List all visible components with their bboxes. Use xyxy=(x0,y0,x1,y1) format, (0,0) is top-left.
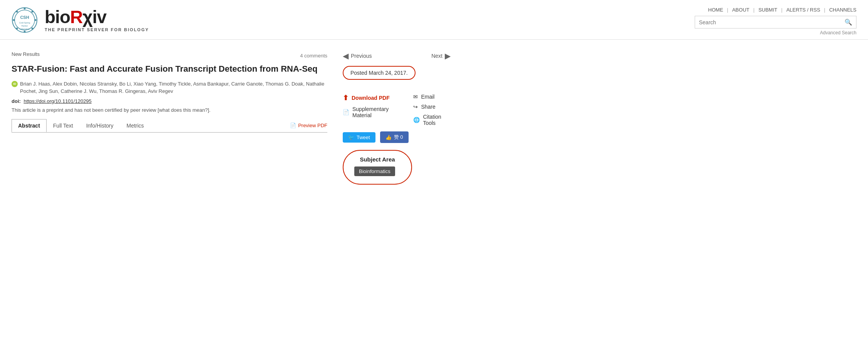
doi-line: doi: https://doi.org/10.1101/120295 xyxy=(12,98,327,104)
download-icon: ⬆ xyxy=(343,94,349,102)
nav-search: HOME | ABOUT | SUBMIT | ALERTS / RSS | C… xyxy=(695,7,856,35)
content-left: New Results 4 comments STAR-Fusion: Fast… xyxy=(12,51,327,185)
svg-point-6 xyxy=(24,31,26,33)
svg-text:Laboratory: Laboratory xyxy=(20,28,30,30)
nav-submit[interactable]: SUBMIT xyxy=(758,7,777,13)
next-arrow-icon: ▶ xyxy=(445,51,451,61)
svg-point-5 xyxy=(32,28,34,30)
header: CSH Cold Spring Harbor Laboratory bioRχi… xyxy=(0,0,868,40)
authors-line: iD Brian J. Haas, Alex Dobin, Nicolas St… xyxy=(12,80,327,95)
advanced-search-link[interactable]: Advanced Search xyxy=(820,30,856,35)
article-tabs: Abstract Full Text Info/History Metrics … xyxy=(12,119,327,133)
action-col-left: ⬆ Download PDF 📄 Supplementary Material xyxy=(343,94,402,126)
svg-text:CSH: CSH xyxy=(20,15,29,20)
preview-pdf-label: Preview PDF xyxy=(298,123,327,128)
prev-button[interactable]: ◀ Previous xyxy=(343,51,372,61)
svg-point-8 xyxy=(13,19,15,21)
doi-label: doi: xyxy=(12,98,21,104)
download-pdf-label: Download PDF xyxy=(352,95,390,101)
citation-tools-label: Citation Tools xyxy=(423,114,451,126)
orcid-icon: iD xyxy=(12,81,18,87)
download-pdf-link[interactable]: ⬆ Download PDF xyxy=(343,94,402,102)
share-link[interactable]: ↪ Share xyxy=(413,104,451,110)
comments-count[interactable]: 4 comments xyxy=(300,53,327,59)
prev-label: Previous xyxy=(351,53,372,59)
doi-link[interactable]: https://doi.org/10.1101/120295 xyxy=(23,98,91,104)
tab-fulltext[interactable]: Full Text xyxy=(47,119,80,132)
main-content: New Results 4 comments STAR-Fusion: Fast… xyxy=(0,40,868,192)
action-col-right: ✉ Email ↪ Share 🌐 Citation Tools xyxy=(413,94,451,126)
like-button[interactable]: 👍 赞 0 xyxy=(380,131,409,143)
action-row: ⬆ Download PDF 📄 Supplementary Material … xyxy=(343,94,451,126)
r-text: R xyxy=(70,7,82,27)
social-row: 🐦 Tweet 👍 赞 0 xyxy=(343,131,451,143)
bioinformatics-badge[interactable]: Bioinformatics xyxy=(354,166,400,176)
posted-date-box: Posted March 24, 2017. xyxy=(343,66,416,80)
globe-icon: 🌐 xyxy=(413,117,420,123)
svg-point-2 xyxy=(24,8,26,10)
thumbsup-icon: 👍 xyxy=(385,135,392,140)
twitter-icon: 🐦 xyxy=(348,135,354,140)
biorxiv-tagline: THE PREPRINT SERVER FOR BIOLOGY xyxy=(45,27,149,32)
pdf-icon: 📄 xyxy=(290,123,296,128)
share-label: Share xyxy=(421,104,435,110)
search-icon: 🔍 xyxy=(845,18,852,26)
logo-area: CSH Cold Spring Harbor Laboratory bioRχi… xyxy=(12,7,149,33)
prev-next-nav: ◀ Previous Next ▶ xyxy=(343,51,451,61)
csh-logo: CSH Cold Spring Harbor Laboratory xyxy=(12,7,38,33)
bioinformatics-label: Bioinformatics xyxy=(354,166,395,176)
article-title: STAR-Fusion: Fast and Accurate Fusion Tr… xyxy=(12,63,327,75)
svg-text:Harbor: Harbor xyxy=(22,25,28,27)
article-type-label: New Results xyxy=(12,51,40,57)
biorxiv-title: bioRχiv xyxy=(45,8,106,26)
nav-links: HOME | ABOUT | SUBMIT | ALERTS / RSS | C… xyxy=(708,7,856,13)
next-button[interactable]: Next ▶ xyxy=(431,51,451,61)
nav-about[interactable]: ABOUT xyxy=(732,7,749,13)
nav-sep-4: | xyxy=(824,7,825,13)
content-right: ◀ Previous Next ▶ Posted March 24, 2017.… xyxy=(327,51,451,185)
citation-tools-link[interactable]: 🌐 Citation Tools xyxy=(413,114,451,126)
tweet-button[interactable]: 🐦 Tweet xyxy=(343,132,375,143)
search-input[interactable] xyxy=(699,19,845,25)
share-icon: ↪ xyxy=(413,104,418,110)
svg-point-9 xyxy=(16,11,18,13)
search-row: 🔍 Advanced Search xyxy=(695,16,856,35)
preprint-note: This article is a preprint and has not b… xyxy=(12,107,327,113)
doc-icon: 📄 xyxy=(343,109,349,115)
svg-point-4 xyxy=(35,19,37,21)
bio-text: bio xyxy=(45,7,70,27)
subject-area-title: Subject Area xyxy=(354,156,400,163)
preview-pdf-link[interactable]: 📄 Preview PDF xyxy=(290,123,327,128)
svg-point-3 xyxy=(32,11,34,13)
supplementary-label: Supplementary Material xyxy=(352,106,402,118)
nav-sep-3: | xyxy=(781,7,783,13)
like-label: 赞 0 xyxy=(394,134,403,141)
email-label: Email xyxy=(421,94,434,100)
biorxiv-logo: bioRχiv THE PREPRINT SERVER FOR BIOLOGY xyxy=(45,8,149,32)
tab-metrics[interactable]: Metrics xyxy=(120,119,150,132)
nav-sep-2: | xyxy=(753,7,754,13)
xiv-text: χiv xyxy=(82,7,106,27)
tweet-label: Tweet xyxy=(357,135,370,140)
posted-date-text: Posted March 24, 2017. xyxy=(350,70,408,76)
email-link[interactable]: ✉ Email xyxy=(413,94,451,100)
email-icon: ✉ xyxy=(413,94,418,100)
svg-point-1 xyxy=(15,10,35,30)
nav-alerts[interactable]: ALERTS / RSS xyxy=(786,7,820,13)
svg-point-7 xyxy=(16,28,18,30)
subject-area-oval: Subject Area Bioinformatics xyxy=(343,150,412,185)
svg-text:Cold Spring: Cold Spring xyxy=(19,22,30,24)
next-label: Next xyxy=(431,53,442,59)
tab-abstract[interactable]: Abstract xyxy=(12,119,47,132)
authors-text: Brian J. Haas, Alex Dobin, Nicolas Stran… xyxy=(20,80,327,95)
tab-infohistory[interactable]: Info/History xyxy=(80,119,120,132)
nav-home[interactable]: HOME xyxy=(708,7,723,13)
prev-arrow-icon: ◀ xyxy=(343,51,349,61)
nav-sep-1: | xyxy=(727,7,728,13)
nav-channels[interactable]: CHANNELS xyxy=(829,7,856,13)
search-box: 🔍 xyxy=(695,16,856,29)
supplementary-link[interactable]: 📄 Supplementary Material xyxy=(343,106,402,118)
